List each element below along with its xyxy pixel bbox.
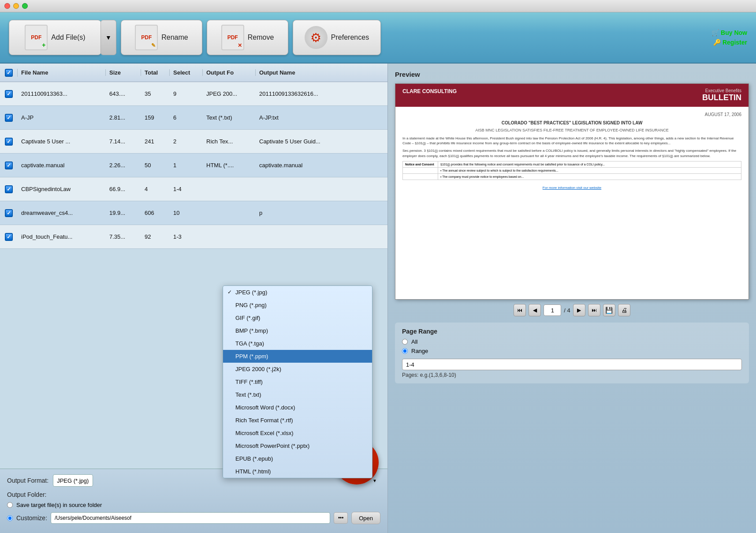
prev-page-button[interactable]: ◀ bbox=[529, 304, 541, 316]
row-size: 7.35... bbox=[106, 233, 141, 240]
register-icon: 🔑 bbox=[713, 39, 721, 46]
row-size: 7.14... bbox=[106, 138, 141, 145]
doc-subtitle: Executive Benefits bbox=[702, 88, 741, 93]
preview-controls: ⏮ ◀ / 4 ▶ ⏭ 💾 🖨 bbox=[395, 304, 749, 316]
first-page-button[interactable]: ⏮ bbox=[514, 304, 526, 316]
table-row: • The company must provide notice to emp… bbox=[403, 173, 741, 180]
doc-heading: COLORADO "BEST PRACTICES" LEGISLATION SI… bbox=[402, 120, 741, 125]
next-page-button[interactable]: ▶ bbox=[573, 304, 585, 316]
row-filename: 2011100913363... bbox=[18, 90, 106, 97]
doc-big-title: BULLETIN bbox=[702, 93, 741, 102]
dropdown-item[interactable]: JPEG (*.jpg) bbox=[223, 286, 372, 299]
remove-button[interactable]: Remove bbox=[207, 20, 288, 55]
doc-body-text: In a statement made at the White House t… bbox=[402, 136, 741, 146]
preview-title: Preview bbox=[395, 71, 749, 78]
doc-table-cell bbox=[403, 173, 438, 180]
row-filename: iPod_touch_Featu... bbox=[18, 233, 106, 240]
row-check-icon[interactable]: ✓ bbox=[5, 209, 13, 217]
doc-footer-link: For more information visit our website bbox=[402, 184, 741, 190]
save-page-button[interactable]: 💾 bbox=[603, 304, 615, 316]
row-filename: CBPSignedintoLaw bbox=[18, 186, 106, 192]
add-files-icon bbox=[25, 25, 48, 50]
dropdown-item[interactable]: JPEG 2000 (*.j2k) bbox=[223, 363, 372, 375]
browse-button[interactable]: ••• bbox=[334, 512, 348, 524]
row-checkbox[interactable]: ✓ bbox=[0, 114, 18, 122]
row-check-icon[interactable]: ✓ bbox=[5, 114, 13, 122]
table-row: Notice and Consent §101(j) provides that… bbox=[403, 161, 741, 167]
row-check-icon[interactable]: ✓ bbox=[5, 90, 13, 98]
row-output-name: 20111009133632616... bbox=[256, 90, 387, 97]
save-source-radio[interactable] bbox=[7, 502, 13, 508]
doc-date: AUGUST 17, 2006 bbox=[402, 112, 741, 117]
dropdown-item[interactable]: Microsoft PowerPoint (*.pptx) bbox=[223, 439, 372, 452]
row-select: 9 bbox=[170, 90, 203, 97]
buy-now-label: Buy Now bbox=[721, 29, 747, 36]
row-checkbox[interactable]: ✓ bbox=[0, 90, 18, 98]
dropdown-item[interactable]: Microsoft Excel (*.xlsx) bbox=[223, 427, 372, 439]
save-source-label: Save target file(s) in source folder bbox=[16, 502, 102, 508]
dropdown-item[interactable]: EPUB (*.epub) bbox=[223, 452, 372, 465]
dropdown-item[interactable]: PNG (*.png) bbox=[223, 299, 372, 312]
select-all-checkbox[interactable]: ✓ bbox=[5, 69, 13, 77]
dropdown-item[interactable]: HTML (*.html) bbox=[223, 465, 372, 478]
row-check-icon[interactable]: ✓ bbox=[5, 233, 13, 241]
rename-icon bbox=[135, 25, 158, 50]
row-select: 10 bbox=[170, 210, 203, 216]
row-check-icon[interactable]: ✓ bbox=[5, 138, 13, 146]
row-total: 159 bbox=[141, 114, 170, 121]
row-output-name: p bbox=[256, 210, 387, 216]
row-total: 92 bbox=[141, 233, 170, 240]
row-checkbox[interactable]: ✓ bbox=[0, 161, 18, 169]
minimize-button[interactable] bbox=[13, 3, 19, 9]
dropdown-item[interactable]: PPM (*.ppm) bbox=[223, 350, 372, 363]
remove-label: Remove bbox=[248, 34, 274, 41]
dropdown-item[interactable]: GIF (*.gif) bbox=[223, 312, 372, 324]
page-total: / 4 bbox=[564, 307, 570, 314]
dropdown-item[interactable]: TIFF (*.tiff) bbox=[223, 375, 372, 388]
dropdown-item[interactable]: Microsoft Word (*.docx) bbox=[223, 401, 372, 414]
row-checkbox[interactable]: ✓ bbox=[0, 209, 18, 217]
toolbar: Add File(s) ▼ Rename Remove ⚙ Preference… bbox=[0, 12, 756, 64]
close-button[interactable] bbox=[4, 3, 10, 9]
last-page-button[interactable]: ⏭ bbox=[588, 304, 600, 316]
buy-now-link[interactable]: 🛒 Buy Now bbox=[711, 29, 747, 36]
dropdown-item[interactable]: BMP (*.bmp) bbox=[223, 324, 372, 337]
row-checkbox[interactable]: ✓ bbox=[0, 138, 18, 146]
row-check-icon[interactable]: ✓ bbox=[5, 161, 13, 169]
preferences-button[interactable]: ⚙ Preferences bbox=[293, 20, 381, 55]
header-checkbox[interactable]: ✓ bbox=[0, 69, 18, 77]
rename-button[interactable]: Rename bbox=[121, 20, 202, 55]
row-check-icon[interactable]: ✓ bbox=[5, 185, 13, 193]
doc-table-cell: §101(j) provides that the following noti… bbox=[438, 161, 741, 167]
row-size: 19.9... bbox=[106, 210, 141, 216]
range-radio[interactable] bbox=[402, 348, 408, 354]
maximize-button[interactable] bbox=[22, 3, 28, 9]
doc-table-cell: • The company must provide notice to emp… bbox=[438, 173, 741, 180]
row-checkbox[interactable]: ✓ bbox=[0, 185, 18, 193]
add-files-button[interactable]: Add File(s) bbox=[9, 20, 101, 55]
dropdown-item[interactable]: TGA (*.tga) bbox=[223, 337, 372, 350]
customize-radio[interactable] bbox=[7, 515, 13, 521]
open-button[interactable]: Open bbox=[351, 512, 380, 524]
page-number-input[interactable] bbox=[544, 304, 561, 316]
add-files-dropdown-arrow[interactable]: ▼ bbox=[101, 20, 116, 55]
dropdown-item[interactable]: Rich Text Format (*.rtf) bbox=[223, 414, 372, 427]
path-input[interactable] bbox=[51, 512, 330, 524]
output-folder-label: Output Folder: bbox=[7, 491, 47, 498]
doc-subheading: AISB MNC LEGISLATION SATISFIES FILE-FREE… bbox=[402, 128, 741, 132]
doc-company: CLARE CONSULTING bbox=[402, 88, 457, 94]
range-input[interactable] bbox=[402, 359, 742, 370]
output-format-select[interactable]: JPEG (*.jpg) bbox=[53, 474, 93, 487]
row-checkbox[interactable]: ✓ bbox=[0, 233, 18, 241]
dropdown-item[interactable]: Text (*.txt) bbox=[223, 388, 372, 401]
row-size: 2.26... bbox=[106, 162, 141, 169]
row-output-format: JPEG 200... bbox=[203, 90, 256, 97]
register-link[interactable]: 🔑 Register bbox=[713, 39, 747, 46]
all-pages-radio[interactable] bbox=[402, 339, 408, 345]
table-header: ✓ File Name Size Total Select Output Fo … bbox=[0, 64, 387, 82]
print-page-button[interactable]: 🖨 bbox=[618, 304, 630, 316]
all-pages-row: All bbox=[402, 338, 742, 345]
row-output-format: Text (*.txt) bbox=[203, 114, 256, 121]
row-output-format: HTML (*.... bbox=[203, 162, 256, 169]
row-output-format: Rich Tex... bbox=[203, 138, 256, 145]
